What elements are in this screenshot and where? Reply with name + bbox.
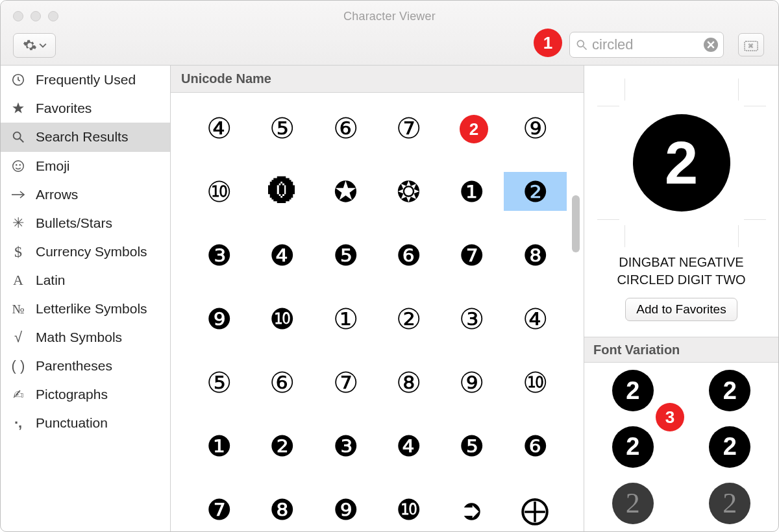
pictograph-icon: ✍︎	[10, 387, 27, 402]
glyph-preview-circle: 2	[633, 114, 730, 212]
sidebar-item-latin[interactable]: ALatin	[1, 266, 170, 295]
character-cell[interactable]: ❻	[377, 236, 440, 274]
character-cell[interactable]: ❷	[251, 426, 314, 465]
svg-line-6	[20, 139, 24, 143]
sidebar-item-frequently-used[interactable]: Frequently Used	[1, 66, 170, 94]
grid-column-header: Unicode Name	[171, 66, 584, 93]
character-cell[interactable]: ④	[504, 299, 567, 338]
svg-point-9	[19, 164, 21, 165]
font-variation-cell[interactable]: 2	[682, 363, 779, 419]
sidebar-item-label: Pictographs	[36, 387, 108, 402]
character-cell[interactable]: ❼	[188, 490, 251, 529]
character-cell[interactable]: ❹	[251, 236, 314, 274]
sidebar-item-math-symbols[interactable]: √Math Symbols	[1, 323, 170, 352]
character-cell[interactable]: ⑩	[504, 363, 567, 402]
character-cell[interactable]: ⑨	[440, 363, 503, 402]
character-cell[interactable]: ❸	[314, 426, 377, 465]
sidebar-item-search-results[interactable]: Search Results	[1, 123, 170, 151]
character-cell[interactable]: ❽	[251, 490, 314, 529]
settings-menu-button[interactable]	[13, 33, 56, 58]
sidebar-item-pictographs[interactable]: ✍︎Pictographs	[1, 380, 170, 409]
font-variation-cell[interactable]: 2	[682, 475, 779, 531]
latin-a-icon: A	[10, 272, 27, 289]
character-cell[interactable]: ⑥	[314, 108, 377, 147]
titlebar: Character Viewer ⌘	[1, 1, 778, 66]
character-cell[interactable]: ②	[377, 299, 440, 338]
character-cell[interactable]: ❻	[504, 426, 567, 465]
close-icon	[707, 41, 715, 49]
svg-point-5	[14, 132, 21, 139]
gear-icon	[23, 38, 37, 53]
character-cell[interactable]: ❶	[440, 172, 503, 211]
sidebar-item-punctuation[interactable]: ∙,Punctuation	[1, 409, 170, 437]
grid-scrollbar-thumb[interactable]	[572, 195, 580, 252]
annotation-3: 3	[656, 403, 684, 431]
character-cell[interactable]: ⑧	[377, 363, 440, 402]
character-cell[interactable]: ❾	[314, 490, 377, 529]
character-cell[interactable]: ❿	[377, 490, 440, 529]
character-cell[interactable]: ⑨	[504, 108, 567, 147]
sidebar-item-parentheses[interactable]: ( )Parentheses	[1, 352, 170, 380]
toggle-palette-button[interactable]: ⌘	[738, 33, 764, 56]
sidebar-item-label: Parentheses	[36, 358, 112, 374]
character-cell[interactable]: ❶	[188, 426, 251, 465]
sidebar-item-label: Currency Symbols	[36, 244, 147, 260]
character-cell[interactable]: ⨁	[504, 490, 567, 529]
sidebar-item-arrows[interactable]: Arrows	[1, 180, 170, 209]
character-grid-panel: Unicode Name ④⑤⑥⑦⑧⑨⑩⓿✪❂❶❷❸❹❺❻❼❽❾❿①②③④⑤⑥⑦…	[171, 66, 584, 531]
character-cell[interactable]: ④	[188, 108, 251, 147]
character-cell[interactable]: ➲	[440, 490, 503, 529]
search-field[interactable]	[569, 32, 724, 58]
character-cell[interactable]: ❺	[314, 236, 377, 274]
sidebar-item-emoji[interactable]: Emoji	[1, 152, 170, 180]
svg-point-8	[16, 164, 17, 165]
character-cell[interactable]: ❷	[504, 172, 567, 211]
character-cell[interactable]: ⓿	[251, 172, 314, 211]
font-variation-header: Font Variation	[584, 337, 778, 363]
character-cell[interactable]: ③	[440, 299, 503, 338]
sidebar-item-label: Arrows	[36, 187, 78, 202]
sidebar-item-favorites[interactable]: Favorites	[1, 94, 170, 123]
annotation-1: 1	[534, 29, 562, 57]
character-cell[interactable]: ✪	[314, 172, 377, 211]
clear-search-button[interactable]	[704, 38, 718, 52]
character-cell[interactable]: ⑦	[314, 363, 377, 402]
character-cell[interactable]: ❼	[440, 236, 503, 274]
sidebar-item-label: Frequently Used	[36, 72, 136, 88]
character-cell[interactable]: ⑤	[251, 108, 314, 147]
sidebar-item-letterlike-symbols[interactable]: №Letterlike Symbols	[1, 295, 170, 323]
character-cell[interactable]: ⑤	[188, 363, 251, 402]
character-cell[interactable]: ⑦	[377, 108, 440, 147]
font-variation-cell[interactable]: 2	[682, 419, 779, 476]
svg-line-1	[584, 47, 587, 50]
sidebar-item-label: Punctuation	[36, 415, 108, 431]
grid-scrollbar[interactable]	[570, 66, 582, 531]
punct-icon: ∙,	[10, 415, 27, 431]
parens-icon: ( )	[10, 357, 27, 374]
font-variation-cell[interactable]: 2	[584, 475, 682, 531]
window-body: Frequently UsedFavoritesSearch Results E…	[1, 66, 778, 531]
character-cell[interactable]: ❽	[504, 236, 567, 274]
sidebar-item-bullets-stars[interactable]: ✳︎Bullets/Stars	[1, 209, 170, 237]
search-icon	[575, 38, 588, 51]
character-grid-scroll[interactable]: ④⑤⑥⑦⑧⑨⑩⓿✪❂❶❷❸❹❺❻❼❽❾❿①②③④⑤⑥⑦⑧⑨⑩❶❷❸❹❺❻❼❽❾❿…	[171, 93, 584, 531]
character-cell[interactable]: ❿	[251, 299, 314, 338]
character-viewer-window: 1 Character Viewer ⌘ Frequently UsedFavo…	[0, 0, 779, 532]
sidebar-item-currency-symbols[interactable]: $Currency Symbols	[1, 237, 170, 266]
sidebar: Frequently UsedFavoritesSearch Results E…	[1, 66, 171, 531]
search-input[interactable]	[592, 36, 704, 53]
character-cell[interactable]: ❂	[377, 172, 440, 211]
sidebar-item-label: Search Results	[36, 129, 128, 145]
character-cell[interactable]: ❾	[188, 299, 251, 338]
character-cell[interactable]: ❸	[188, 236, 251, 274]
character-cell[interactable]: ⑩	[188, 172, 251, 211]
add-to-favorites-button[interactable]: Add to Favorites	[625, 298, 737, 321]
svg-point-0	[577, 40, 584, 47]
character-cell[interactable]: ❹	[377, 426, 440, 465]
clock-icon	[10, 73, 27, 87]
emoji-icon	[10, 159, 27, 173]
character-cell[interactable]: ❺	[440, 426, 503, 465]
character-cell[interactable]: ⑥	[251, 363, 314, 402]
character-cell[interactable]: ①	[314, 299, 377, 338]
svg-text:⌘: ⌘	[748, 43, 754, 49]
